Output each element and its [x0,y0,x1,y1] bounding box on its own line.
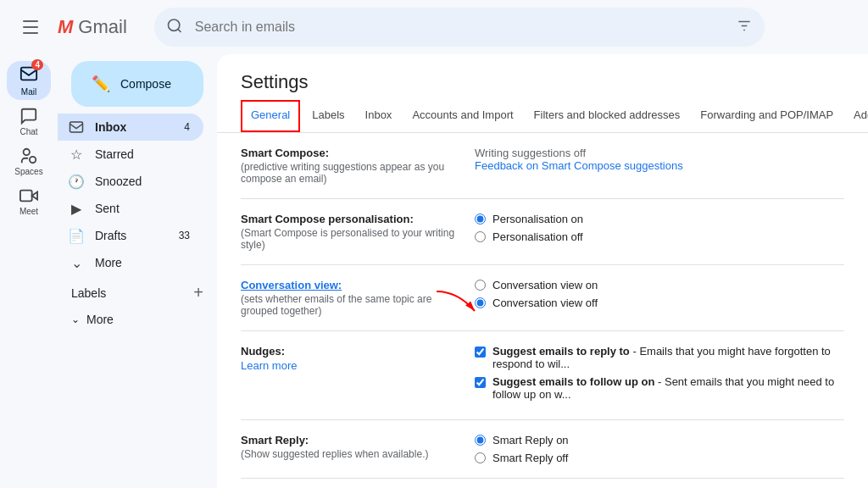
smart-reply-off-radio[interactable] [475,452,486,463]
nav-sent[interactable]: ▶ Sent [58,195,203,222]
add-label-button[interactable]: + [193,283,203,302]
row-personalisation: Smart Compose personalisation: (Smart Co… [241,199,844,265]
starred-label: Starred [95,147,190,161]
labels-section: Labels + [58,276,217,309]
compose-label: Compose [120,77,171,91]
sidebar-icon-chat[interactable]: Chat [7,103,51,140]
more-label: More [95,256,190,269]
tab-filters[interactable]: Filters and blocked addresses [524,100,691,132]
smart-reply-off-option[interactable]: Smart Reply off [475,452,844,464]
tab-forwarding[interactable]: Forwarding and POP/IMAP [690,100,843,132]
conversation-view-off-option[interactable]: Conversation view off [475,297,844,309]
smart-reply-options: Smart Reply on Smart Reply off [475,434,844,464]
personalisation-options: Personalisation on Personalisation off [475,213,844,243]
search-tune-icon[interactable] [736,18,753,37]
svg-point-7 [30,157,36,163]
nudge-reply-option: Suggest emails to reply to - Emails that… [475,345,844,370]
personalisation-off-option[interactable]: Personalisation off [475,230,844,243]
topbar: M Gmail [0,0,868,54]
conversation-view-options: Conversation view on Conversation view o… [475,279,844,309]
inbox-badge: 4 [184,121,190,133]
smart-reply-on-option[interactable]: Smart Reply on [475,434,844,446]
nav-more[interactable]: ⌄ More [58,249,203,276]
row-conversation-view: Conversation view: (sets whether emails … [241,265,844,331]
star-icon: ☆ [68,147,85,163]
nav-starred[interactable]: ☆ Starred [58,141,203,168]
compose-button[interactable]: ✏️ Compose [71,61,203,107]
gmail-wordmark: Gmail [78,16,126,38]
settings-body: Smart Compose: (predictive writing sugge… [217,133,868,488]
drafts-label: Drafts [95,229,179,242]
main-layout: 4 Mail Chat Spaces Meet ✏️ Compose [0,54,868,488]
svg-marker-8 [32,191,37,199]
row-smart-features: Smart features and personalisation: Lear… [241,479,844,488]
chevron-icon: ⌄ [71,313,80,325]
smart-compose-value: Writing suggestions off Feedback on Smar… [475,147,844,172]
search-input[interactable] [154,8,765,47]
search-icon [166,18,183,37]
smart-compose-label: Smart Compose: (predictive writing sugge… [241,147,461,185]
personalisation-label: Smart Compose personalisation: (Smart Co… [241,213,461,251]
personalisation-off-radio[interactable] [475,231,486,242]
smart-reply-label: Smart Reply: (Show suggested replies whe… [241,434,461,460]
hamburger-icon [23,20,38,34]
row-smart-reply: Smart Reply: (Show suggested replies whe… [241,420,844,479]
nudges-label: Nudges: Learn more [241,345,461,372]
search-bar [154,8,765,47]
labels-more-label: More [86,313,114,326]
inbox-label: Inbox [95,120,184,134]
svg-point-6 [24,149,30,155]
tab-inbox[interactable]: Inbox [355,100,403,132]
personalisation-on-radio[interactable] [475,214,486,225]
smart-reply-radio-group: Smart Reply on Smart Reply off [475,434,844,464]
drafts-icon: 📄 [68,228,85,244]
feedback-link[interactable]: Feedback on Smart Compose suggestions [475,159,683,172]
snoozed-icon: 🕐 [68,174,85,190]
tab-accounts[interactable]: Accounts and Import [402,100,523,132]
conversation-view-radio-group: Conversation view on Conversation view o… [475,279,844,309]
sent-icon: ▶ [68,201,85,217]
settings-content: Settings General Labels Inbox Accounts a… [217,54,868,488]
gmail-logo: M Gmail [58,16,127,38]
personalisation-radio-group: Personalisation on Personalisation off [475,213,844,243]
nav-drafts[interactable]: 📄 Drafts 33 [58,222,203,249]
row-smart-compose: Smart Compose: (predictive writing sugge… [241,133,844,199]
conversation-view-link[interactable]: Conversation view: [241,279,342,291]
nudge-reply-checkbox[interactable] [475,347,486,358]
sent-label: Sent [95,202,190,215]
personalisation-on-option[interactable]: Personalisation on [475,213,844,225]
hamburger-menu-button[interactable] [14,10,47,44]
snoozed-label: Snoozed [95,175,190,188]
nav-inbox[interactable]: Inbox 4 [58,114,203,141]
sidebar-icon-mail[interactable]: 4 Mail [7,61,51,100]
nav-snoozed[interactable]: 🕐 Snoozed [58,168,203,195]
tab-general[interactable]: General [241,100,300,132]
labels-title: Labels [71,286,106,300]
sidebar: 4 Mail Chat Spaces Meet ✏️ Compose [0,54,217,488]
drafts-badge: 33 [179,230,190,241]
nudges-learn-more[interactable]: Learn more [241,359,461,372]
conversation-view-label: Conversation view: (sets whether emails … [241,279,461,317]
svg-line-1 [178,29,181,32]
nudge-follow-checkbox[interactable] [475,377,486,388]
nudge-follow-option: Suggest emails to follow up on - Sent em… [475,375,844,401]
labels-more[interactable]: ⌄ More [58,309,217,330]
chevron-down-icon: ⌄ [68,255,85,271]
sidebar-icon-meet[interactable]: Meet [7,183,51,219]
svg-rect-10 [70,122,83,132]
red-arrow-annotation [432,287,483,321]
nudges-options: Suggest emails to reply to - Emails that… [475,345,844,406]
svg-rect-9 [20,191,32,202]
pencil-icon: ✏️ [92,75,110,93]
sidebar-icon-spaces[interactable]: Spaces [7,143,51,180]
smart-reply-on-radio[interactable] [475,435,486,446]
tab-labels[interactable]: Labels [302,100,354,132]
svg-point-0 [168,19,179,30]
settings-tabs: General Labels Inbox Accounts and Import… [217,100,868,133]
inbox-icon [68,119,85,135]
tab-addons[interactable]: Add-ons [843,100,868,132]
settings-title: Settings [217,54,868,100]
conversation-view-on-option[interactable]: Conversation view on [475,279,844,291]
row-nudges: Nudges: Learn more Suggest emails to rep… [241,331,844,420]
gmail-m-letter: M [58,16,73,38]
